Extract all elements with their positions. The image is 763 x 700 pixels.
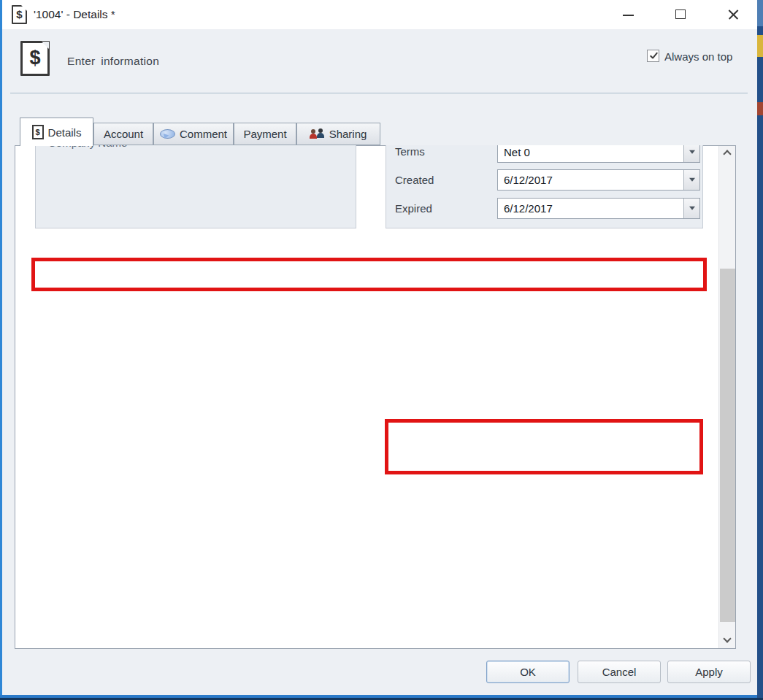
sharing-people-icon: [310, 128, 325, 140]
tab-comment[interactable]: Comment: [153, 123, 234, 145]
person-figure: [311, 129, 315, 134]
details-dollar-icon: $: [32, 125, 44, 139]
header-title: Enter information: [67, 55, 159, 68]
desktop-fleck: [757, 0, 763, 26]
always-on-top-checkbox[interactable]: [647, 50, 659, 62]
tab-label: Payment: [243, 128, 286, 140]
desktop-fleck: [757, 35, 763, 57]
invoice-dollar-icon-large: $: [20, 41, 50, 76]
tab-payment[interactable]: Payment: [234, 123, 296, 145]
dollar-glyph: $: [34, 128, 42, 136]
apply-button[interactable]: Apply: [667, 661, 751, 683]
dates-groupbox: Terms Net 0 Created 6/12/2017 Expired 6/…: [386, 145, 703, 228]
expired-value: 6/12/2017: [504, 199, 553, 218]
window-border-bottom: [0, 695, 757, 698]
expired-date-dropdown[interactable]: 6/12/2017: [497, 198, 700, 219]
details-dialog-window: $ '1004' - Details * $ Enter information…: [0, 0, 757, 698]
created-label: Created: [395, 174, 434, 186]
dollar-glyph: $: [23, 47, 47, 69]
checkmark-icon: [652, 53, 658, 59]
window-border-left: [0, 0, 2, 698]
chevron-down-icon[interactable]: [683, 145, 699, 162]
chevron-down-icon[interactable]: [683, 199, 699, 218]
desktop-fleck: [757, 102, 763, 115]
scrollbar-thumb[interactable]: [720, 269, 735, 622]
minimize-button[interactable]: [612, 0, 644, 29]
chevron-down-icon[interactable]: [683, 170, 699, 190]
tab-sharing[interactable]: Sharing: [296, 123, 380, 145]
scroll-down-button[interactable]: [719, 634, 736, 648]
cancel-button[interactable]: Cancel: [578, 661, 661, 683]
desktop-background: [757, 0, 763, 700]
created-date-dropdown[interactable]: 6/12/2017: [497, 169, 700, 191]
always-on-top-label: Always on top: [664, 50, 732, 63]
expired-label: Expired: [395, 202, 432, 215]
tab-label: Sharing: [329, 128, 367, 140]
company-groupbox: Company Name: [35, 145, 356, 228]
tab-account[interactable]: Account: [93, 123, 153, 145]
maximize-button[interactable]: [664, 0, 697, 29]
chevron-down-icon: [723, 634, 731, 642]
window-title: '1004' - Details *: [34, 0, 115, 29]
tab-label: Details: [48, 126, 82, 139]
close-button[interactable]: [717, 0, 749, 29]
ok-button[interactable]: OK: [486, 661, 570, 683]
person-figure: [317, 133, 324, 138]
dollar-glyph: $: [13, 8, 26, 20]
minimize-icon: [623, 15, 634, 16]
maximize-icon: [675, 9, 686, 19]
tab-details[interactable]: $ Details: [20, 118, 93, 146]
tab-label: Comment: [180, 128, 227, 140]
terms-label: Terms: [395, 145, 425, 158]
invoice-dollar-icon: $: [12, 5, 27, 24]
chevron-up-icon: [723, 150, 731, 158]
created-value: 6/12/2017: [504, 170, 553, 190]
vertical-scrollbar[interactable]: [718, 146, 735, 648]
person-figure: [310, 134, 317, 139]
scroll-up-button[interactable]: [719, 146, 736, 159]
comment-bubble-icon: [160, 129, 175, 139]
person-figure: [318, 128, 323, 133]
titlebar[interactable]: $ '1004' - Details *: [2, 0, 757, 29]
header-separator: [10, 93, 748, 93]
tab-label: Account: [104, 128, 143, 140]
terms-dropdown[interactable]: Net 0: [497, 145, 700, 163]
terms-value: Net 0: [504, 145, 530, 162]
